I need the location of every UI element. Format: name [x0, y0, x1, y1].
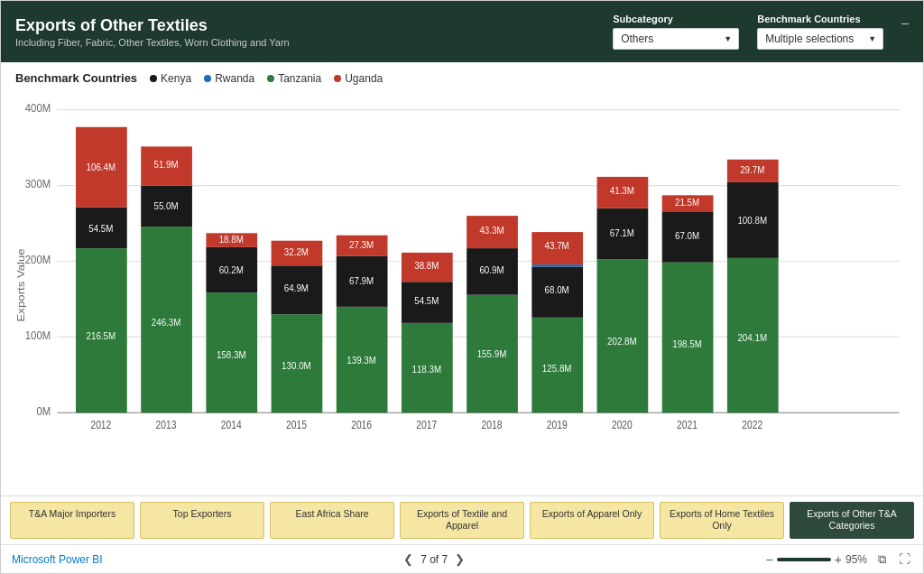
bar-2020-tz-label: 202.8M: [607, 335, 637, 347]
bar-2013[interactable]: 246.3M 55.0M 51.9M 2013: [141, 146, 192, 430]
bar-2012-tz-label: 216.5M: [87, 329, 116, 341]
bar-2021-tz-label: 198.5M: [672, 338, 702, 350]
prev-page-button[interactable]: ❮: [403, 552, 413, 566]
copy-button[interactable]: ⧉: [876, 551, 888, 569]
bar-2021-ke-label: 67.0M: [675, 230, 699, 242]
chart-svg-wrapper: 400M 300M 200M 100M 0M Exports Value: [15, 90, 909, 491]
rwanda-label: Rwanda: [215, 72, 254, 85]
bar-2018-tz-label: 155.9M: [477, 347, 507, 359]
y-label-0m: 0M: [36, 404, 51, 418]
bar-2016[interactable]: 139.3M 67.9M 27.3M 2016: [337, 236, 388, 431]
tab-east-africa-share[interactable]: East Africa Share: [270, 502, 394, 539]
bar-2017-ug-label: 38.8M: [414, 259, 439, 271]
main-container: Exports of Other Textiles Including Fibe…: [0, 0, 924, 574]
uganda-label: Uganda: [345, 72, 383, 85]
bar-2012-ug-label: 106.4M: [87, 161, 116, 172]
bar-2022-ug-label: 29.7M: [740, 164, 764, 176]
bar-2019-xlabel: 2019: [547, 420, 568, 431]
zoom-out-button[interactable]: −: [766, 552, 773, 567]
tanzania-dot: [267, 75, 274, 82]
navigation-tabs: T&A Major Importers Top Exporters East A…: [1, 495, 923, 544]
bar-2020-ke-label: 67.1M: [610, 227, 634, 238]
zoom-control: − + 95%: [766, 552, 867, 567]
tab-tna-major-importers[interactable]: T&A Major Importers: [10, 502, 134, 539]
y-label-200m: 200M: [25, 253, 51, 266]
next-page-button[interactable]: ❯: [455, 552, 465, 566]
bar-2022-ke-label: 100.8M: [737, 214, 767, 226]
power-bi-link[interactable]: Microsoft Power BI: [12, 553, 103, 566]
tab-exports-other-ta[interactable]: Exports of Other T&A Categories: [790, 502, 914, 539]
footer-right: − + 95% ⧉ ⛶: [766, 551, 912, 569]
footer: Microsoft Power BI ❮ 7 of 7 ❯ − + 95% ⧉ …: [1, 544, 923, 573]
bar-2013-xlabel: 2013: [156, 420, 177, 431]
benchmark-select-wrapper[interactable]: Multiple selections: [757, 28, 883, 50]
bar-2015-tz-label: 130.0M: [282, 360, 311, 372]
bar-2013-ke-label: 55.0M: [153, 199, 178, 211]
bar-2021[interactable]: 198.5M 67.0M 21.5M 2021: [662, 195, 714, 430]
legend-uganda: Uganda: [334, 72, 383, 85]
bar-2014-tz-label: 158.3M: [217, 349, 246, 361]
subcategory-filter: Subcategory Others: [613, 14, 739, 50]
bar-2018-xlabel: 2018: [482, 420, 503, 431]
legend-rwanda: Rwanda: [204, 72, 254, 85]
kenya-label: Kenya: [161, 72, 191, 85]
y-label-400m: 400M: [25, 101, 51, 115]
bar-2019[interactable]: 125.8M 68.0M 43.7M 2019: [531, 232, 583, 430]
subcategory-label: Subcategory: [613, 14, 739, 24]
rwanda-dot: [204, 75, 211, 82]
bar-2016-ug-label: 27.3M: [349, 238, 374, 250]
bar-2013-tz-label: 246.3M: [152, 317, 181, 329]
header-right: Subcategory Others Benchmark Countries M…: [613, 14, 909, 50]
subcategory-select-wrapper[interactable]: Others: [613, 28, 739, 50]
tab-exports-textile-apparel[interactable]: Exports of Textile and Apparel: [400, 502, 524, 539]
bar-2014[interactable]: 158.3M 60.2M 18.8M 2014: [206, 233, 257, 430]
bar-2019-ug-label: 43.7M: [545, 240, 569, 252]
header-left: Exports of Other Textiles Including Fibe…: [15, 16, 290, 48]
bar-2015[interactable]: 130.0M 64.9M 32.2M 2015: [272, 241, 323, 431]
zoom-slider[interactable]: [777, 558, 831, 561]
bar-2013-ug-label: 51.9M: [153, 159, 178, 171]
bar-2015-ug-label: 32.2M: [284, 246, 309, 258]
bar-2018-ug-label: 43.3M: [479, 225, 504, 236]
tab-exports-apparel-only[interactable]: Exports of Apparel Only: [530, 502, 654, 539]
bar-2020[interactable]: 202.8M 67.1M 41.3M 2020: [597, 177, 649, 431]
legend-kenya: Kenya: [150, 72, 191, 85]
benchmark-select[interactable]: Multiple selections: [757, 28, 883, 50]
bar-2015-ke-label: 64.9M: [284, 282, 309, 293]
bar-2020-xlabel: 2020: [612, 420, 633, 431]
tab-top-exporters[interactable]: Top Exporters: [140, 502, 264, 539]
bar-2012[interactable]: 216.5M 54.5M 106.4M 2012: [76, 127, 127, 431]
bar-2019-tz-label: 125.8M: [542, 362, 572, 374]
tanzania-label: Tanzania: [278, 72, 321, 85]
page-title: Exports of Other Textiles: [15, 16, 290, 35]
bar-2016-tz-label: 139.3M: [346, 355, 376, 366]
bar-2016-xlabel: 2016: [351, 420, 372, 431]
bar-2021-xlabel: 2021: [677, 420, 698, 431]
fullscreen-button[interactable]: ⛶: [897, 551, 912, 568]
legend-tanzania: Tanzania: [267, 72, 321, 85]
y-axis-label: Exports Value: [15, 248, 27, 321]
legend-title: Benchmark Countries: [15, 71, 137, 85]
zoom-in-button[interactable]: +: [835, 552, 842, 567]
zoom-level: 95%: [845, 553, 867, 566]
kenya-dot: [150, 75, 157, 82]
page-indicator: 7 of 7: [420, 553, 448, 566]
bar-2017[interactable]: 118.3M 54.5M 38.8M 2017: [402, 253, 453, 431]
bar-2018[interactable]: 155.9M 60.9M 43.3M 2018: [467, 216, 518, 430]
tab-exports-home-textiles[interactable]: Exports of Home Textiles Only: [660, 502, 784, 539]
header: Exports of Other Textiles Including Fibe…: [1, 1, 923, 62]
subcategory-select[interactable]: Others: [613, 28, 739, 50]
benchmark-filter: Benchmark Countries Multiple selections: [757, 14, 883, 50]
bar-2022[interactable]: 204.1M 100.8M 29.7M 2022: [727, 160, 779, 431]
y-label-300m: 300M: [25, 177, 51, 190]
minimize-button[interactable]: –: [901, 15, 909, 30]
bar-2018-ke-label: 60.9M: [479, 264, 504, 275]
benchmark-label: Benchmark Countries: [757, 14, 883, 24]
bar-2017-tz-label: 118.3M: [411, 363, 441, 375]
bar-2012-xlabel: 2012: [90, 420, 111, 431]
bar-2014-ke-label: 60.2M: [219, 264, 244, 275]
bar-2014-ug-label: 18.8M: [219, 233, 244, 245]
uganda-dot: [334, 75, 341, 82]
bar-2021-ug-label: 21.5M: [675, 197, 699, 208]
chart-area: Benchmark Countries Kenya Rwanda Tanzani…: [1, 62, 923, 495]
